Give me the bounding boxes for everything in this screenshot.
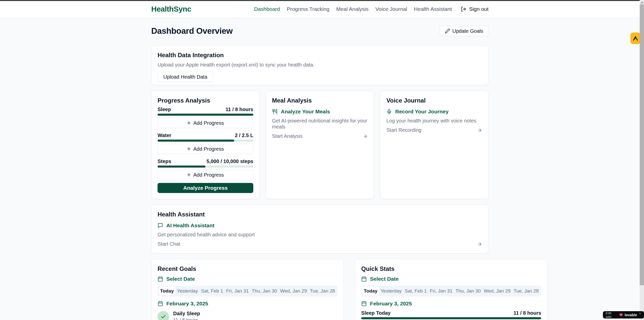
add-steps-progress-button[interactable]: + Add Progress <box>158 170 253 180</box>
quick-stats-card: Quick Stats Select Date Today Yesterday … <box>355 259 547 320</box>
card-description: Get AI-powered nutritional insights for … <box>272 118 368 130</box>
arrow-right-icon <box>363 134 368 139</box>
metric-label: Sleep <box>158 107 171 112</box>
analyze-progress-button[interactable]: Analyze Progress <box>158 183 253 193</box>
card-description: Get personalized health advice and suppo… <box>158 232 482 238</box>
steps-metric: Steps 5,000 / 10,000 steps + Add Progres… <box>158 158 253 180</box>
water-metric: Water 2 / 2.5 L + Add Progress <box>158 133 253 154</box>
add-water-progress-button[interactable]: + Add Progress <box>158 144 253 154</box>
main-nav: Dashboard Progress Tracking Meal Analysi… <box>254 6 488 12</box>
pencil-icon <box>445 28 450 34</box>
heart-icon <box>619 313 623 317</box>
scrollbar-thumb[interactable] <box>640 4 644 285</box>
card-title: Voice Journal <box>386 97 482 104</box>
date-tab-yesterday[interactable]: Yesterday <box>175 286 200 296</box>
add-sleep-progress-button[interactable]: + Add Progress <box>158 118 253 128</box>
recent-goals-card: Recent Goals Select Date Today Yesterday… <box>151 259 344 320</box>
lovable-mark-icon <box>632 35 639 42</box>
plus-icon: + <box>187 146 191 151</box>
analyze-your-meals-link[interactable]: Analyze Your Meals <box>272 109 368 115</box>
sleep-today-progress-bar <box>361 317 541 319</box>
scrollbar[interactable] <box>640 0 644 320</box>
date-tab-thu-jan-30[interactable]: Thu, Jan 30 <box>454 286 482 296</box>
date-tab-sat-feb-1[interactable]: Sat, Feb 1 <box>403 286 428 296</box>
date-tab-tue-jan-28[interactable]: Tue, Jan 28 <box>308 286 336 296</box>
metric-label: Steps <box>158 158 171 164</box>
lovable-brand-label: lovable <box>625 313 637 317</box>
card-title: Health Data Integration <box>158 52 482 59</box>
metric-label: Water <box>158 133 171 138</box>
ai-health-assistant-link[interactable]: AI Health Assistant <box>158 222 482 229</box>
nav-progress-tracking[interactable]: Progress Tracking <box>287 6 329 12</box>
plus-icon: + <box>187 120 191 125</box>
app-logo[interactable]: HealthSync <box>151 5 191 13</box>
sleep-metric: Sleep 11 / 8 hours + Add Progress <box>158 107 253 128</box>
stat-value: 11 / 8 hours <box>513 310 541 316</box>
selected-date[interactable]: February 3, 2025 <box>158 301 338 307</box>
nav-health-assistant[interactable]: Health Assistant <box>414 6 452 12</box>
start-recording-link[interactable]: Start Recording <box>386 127 482 133</box>
lovable-edit-fab[interactable] <box>630 33 640 44</box>
calendar-icon <box>361 276 367 282</box>
arrow-right-icon <box>477 242 482 247</box>
date-tab-today[interactable]: Today <box>362 286 379 296</box>
date-tab-fri-jan-31[interactable]: Fri, Jan 31 <box>225 286 250 296</box>
date-tab-today[interactable]: Today <box>159 286 175 296</box>
calendar-icon <box>361 301 367 306</box>
card-description: Log your health journey with voice notes <box>386 118 482 124</box>
date-tab-wed-jan-29[interactable]: Wed, Jan 29 <box>482 286 512 296</box>
dashboard-main: Dashboard Overview Update Goals Health D… <box>151 26 488 320</box>
record-your-journey-link[interactable]: Record Your Journey <box>386 109 482 115</box>
voice-journal-card: Voice Journal Record Your Journey Log yo… <box>380 91 488 199</box>
check-icon <box>161 314 166 319</box>
nav-dashboard[interactable]: Dashboard <box>254 6 280 12</box>
update-goals-label: Update Goals <box>452 28 483 34</box>
health-data-integration-card: Health Data Integration Upload your Appl… <box>151 45 488 85</box>
start-chat-link[interactable]: Start Chat <box>158 241 482 247</box>
update-goals-button[interactable]: Update Goals <box>440 26 488 36</box>
select-date-button[interactable]: Select Date <box>158 276 338 282</box>
date-tab-tue-jan-28[interactable]: Tue, Jan 28 <box>512 286 540 296</box>
microphone-icon <box>386 109 392 114</box>
card-title: Progress Analysis <box>158 97 253 104</box>
date-tab-thu-jan-30[interactable]: Thu, Jan 30 <box>250 286 279 296</box>
metric-value: 2 / 2.5 L <box>235 133 253 138</box>
upload-health-data-button[interactable]: Upload Health Data <box>158 72 213 82</box>
card-title: Meal Analysis <box>272 97 368 104</box>
nav-meal-analysis[interactable]: Meal Analysis <box>336 6 369 12</box>
utensils-icon <box>272 109 278 114</box>
sleep-today-stat: Sleep Today 11 / 8 hours <box>361 310 541 316</box>
card-title: Recent Goals <box>158 265 338 272</box>
health-assistant-card: Health Assistant AI Health Assistant Get… <box>151 205 488 253</box>
sign-out-button[interactable]: Sign out <box>461 6 488 12</box>
meal-analysis-card: Meal Analysis Analyze Your Meals Get AI-… <box>266 91 374 199</box>
scrollbar-up-arrow-icon[interactable] <box>641 2 643 3</box>
steps-progress-bar <box>158 166 253 168</box>
date-tab-sat-feb-1[interactable]: Sat, Feb 1 <box>199 286 225 296</box>
edit-with-label: Edit with <box>606 311 618 319</box>
date-tab-fri-jan-31[interactable]: Fri, Jan 31 <box>428 286 454 296</box>
browser-loading-bar <box>0 0 640 1</box>
top-nav: HealthSync Dashboard Progress Tracking M… <box>0 0 644 18</box>
calendar-icon <box>158 301 163 306</box>
selected-date[interactable]: February 3, 2025 <box>361 301 541 307</box>
date-tabs: Today Yesterday Sat, Feb 1 Fri, Jan 31 T… <box>158 285 338 297</box>
sleep-progress-bar <box>158 114 253 116</box>
lovable-badge[interactable]: Edit with lovable ✕ <box>603 311 644 318</box>
goal-value: 11 / 8 hours <box>173 317 200 320</box>
goal-item: Daily Sleep 11 / 8 hours <box>158 311 338 320</box>
date-tabs: Today Yesterday Sat, Feb 1 Fri, Jan 31 T… <box>361 285 541 297</box>
start-analysis-link[interactable]: Start Analysis <box>272 133 368 139</box>
goal-status <box>158 311 169 320</box>
page-title: Dashboard Overview <box>151 26 233 36</box>
metric-value: 5,000 / 10,000 steps <box>206 158 253 164</box>
progress-analysis-card: Progress Analysis Sleep 11 / 8 hours + A… <box>151 91 260 199</box>
calendar-icon <box>158 276 163 282</box>
date-tab-yesterday[interactable]: Yesterday <box>379 286 403 296</box>
nav-voice-journal[interactable]: Voice Journal <box>375 6 407 12</box>
card-description: Upload your Apple Health export (export.… <box>158 62 482 68</box>
select-date-button[interactable]: Select Date <box>361 276 541 282</box>
date-tab-wed-jan-29[interactable]: Wed, Jan 29 <box>279 286 308 296</box>
card-title: Quick Stats <box>361 265 541 272</box>
close-icon[interactable]: ✕ <box>639 312 641 315</box>
